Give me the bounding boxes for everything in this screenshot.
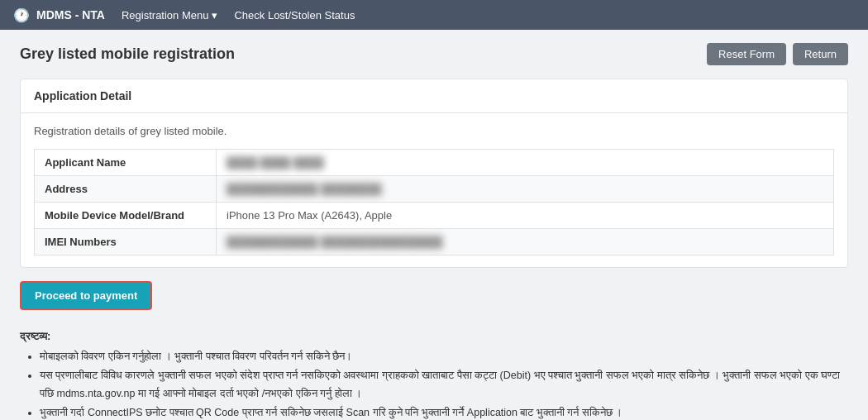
field-value-2: iPhone 13 Pro Max (A2643), Apple	[217, 203, 834, 229]
return-button[interactable]: Return	[793, 43, 848, 65]
note-item-1: यस प्रणालीबाट विविध कारणले भुक्तानी सफल …	[40, 367, 848, 403]
field-label-2: Mobile Device Model/Brand	[35, 203, 217, 229]
field-label-0: Applicant Name	[35, 150, 217, 176]
registration-menu[interactable]: Registration Menu ▾	[122, 9, 218, 21]
application-detail-card: Application Detail Registration details …	[20, 79, 848, 268]
card-header: Application Detail	[21, 79, 847, 113]
field-label-3: IMEI Numbers	[35, 229, 217, 255]
header-buttons: Reset Form Return	[707, 43, 848, 65]
field-value-3: ████████████ ████████████████	[217, 229, 834, 255]
page-title: Grey listed mobile registration	[20, 45, 235, 63]
card-body: Registration details of grey listed mobi…	[21, 113, 847, 267]
field-value-0: ████ ████ ████	[217, 150, 834, 176]
navbar: 🕐 MDMS - NTA Registration Menu ▾ Check L…	[0, 0, 868, 30]
main-content: Grey listed mobile registration Reset Fo…	[0, 30, 868, 420]
brand: 🕐 MDMS - NTA	[13, 7, 105, 23]
notes-section: द्रष्टव्य: मोबाइलको विवरण एकिन गर्नुहोला…	[20, 330, 848, 420]
check-lost-stolen-link[interactable]: Check Lost/Stolen Status	[234, 9, 355, 21]
field-value-1: ████████████ ████████	[217, 176, 834, 203]
reset-form-button[interactable]: Reset Form	[707, 43, 786, 65]
chevron-down-icon: ▾	[212, 9, 217, 21]
detail-table: Applicant Name████ ████ ████Address█████…	[34, 149, 834, 255]
clock-icon: 🕐	[13, 7, 30, 23]
card-description: Registration details of grey listed mobi…	[34, 125, 834, 137]
note-item-2: भुक्तानी गर्दा ConnectIPS छनोट पश्चात QR…	[40, 404, 848, 420]
note-item-0: मोबाइलको विवरण एकिन गर्नुहोला । भुक्तानी…	[40, 348, 848, 365]
brand-name: MDMS - NTA	[36, 8, 105, 21]
notes-list: मोबाइलको विवरण एकिन गर्नुहोला । भुक्तानी…	[20, 348, 848, 420]
notes-title: द्रष्टव्य:	[20, 330, 848, 343]
page-header: Grey listed mobile registration Reset Fo…	[20, 43, 848, 65]
proceed-to-payment-button[interactable]: Proceed to payment	[20, 281, 152, 310]
field-label-1: Address	[35, 176, 217, 203]
